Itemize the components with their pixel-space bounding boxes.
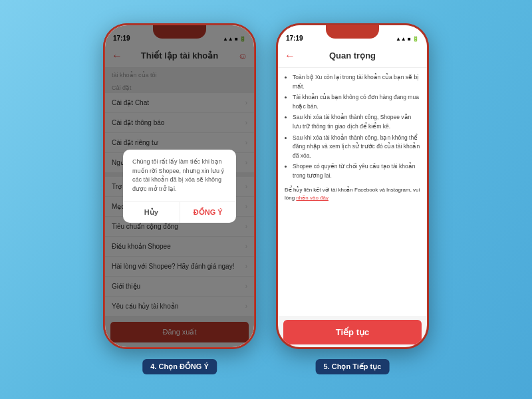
phone-right-screen: 17:19 ▲▲ ■ 🔋 ← Quan trọng Toàn bộ Xu còn… <box>278 25 427 347</box>
fb-instagram-note: Để hủy liên kết với tài khoản Facebook v… <box>285 186 420 203</box>
right-screen-content: Toàn bộ Xu còn lại trong tài khoản của b… <box>278 68 427 316</box>
bullet-5: Shopee có quyền từ chối yêu cầu tạo tài … <box>293 162 420 180</box>
notch-right <box>326 25 379 39</box>
back-icon-right[interactable]: ← <box>285 50 295 62</box>
phone-left: 17:19 ▲▲ ■ 🔋 ← Thiết lập tài khoản ☺ tài… <box>103 23 256 349</box>
bullet-2: Tài khoản của bạn không có đơn hàng đang… <box>293 93 420 111</box>
dialog-actions: Hủy ĐỒNG Ý <box>123 201 236 223</box>
cancel-button[interactable]: Hủy <box>123 202 180 223</box>
bullet-3: Sau khi xóa tài khoản thành công, Shopee… <box>293 113 420 131</box>
step-bold-left: ĐỒNG Ý <box>180 362 209 370</box>
phone-right-shell: 17:19 ▲▲ ■ 🔋 ← Quan trọng Toàn bộ Xu còn… <box>276 23 429 349</box>
step-label-right: 5. Chọn Tiếp tục <box>324 362 382 370</box>
step-label-left: 4. Chọn ĐỒNG Ý <box>150 362 209 370</box>
dialog-message: Chúng tôi rất lấy làm tiếc khi bạn muốn … <box>123 150 236 201</box>
bullet-4: Sau khi xóa tài khoản thành công, bạn kh… <box>293 134 420 161</box>
phone-right: 17:19 ▲▲ ■ 🔋 ← Quan trọng Toàn bộ Xu còn… <box>276 23 429 349</box>
nav-title-right: Quan trọng <box>329 51 376 61</box>
phone-left-screen: 17:19 ▲▲ ■ 🔋 ← Thiết lập tài khoản ☺ tài… <box>105 25 254 347</box>
confirm-dialog: Chúng tôi rất lấy làm tiếc khi bạn muốn … <box>123 150 236 223</box>
bullet-1: Toàn bộ Xu còn lại trong tài khoản của b… <box>293 73 420 91</box>
continue-button[interactable]: Tiếp tục <box>283 320 422 344</box>
dialog-overlay: Chúng tôi rất lấy làm tiếc khi bạn muốn … <box>105 25 254 347</box>
status-icons-right: ▲▲ ■ 🔋 <box>396 36 419 42</box>
step-badge-right: 5. Chọn Tiếp tục <box>316 359 390 374</box>
click-here-link[interactable]: nhấn vào đây <box>296 195 329 201</box>
time-right: 17:19 <box>286 35 303 42</box>
important-list: Toàn bộ Xu còn lại trong tài khoản của b… <box>285 73 420 181</box>
confirm-button[interactable]: ĐỒNG Ý <box>180 202 237 223</box>
step-bold-right: Tiếp tục <box>352 362 381 370</box>
phone-left-shell: 17:19 ▲▲ ■ 🔋 ← Thiết lập tài khoản ☺ tài… <box>103 23 256 349</box>
nav-bar-right: ← Quan trọng <box>278 44 427 68</box>
step-badge-left: 4. Chọn ĐỒNG Ý <box>142 359 217 374</box>
